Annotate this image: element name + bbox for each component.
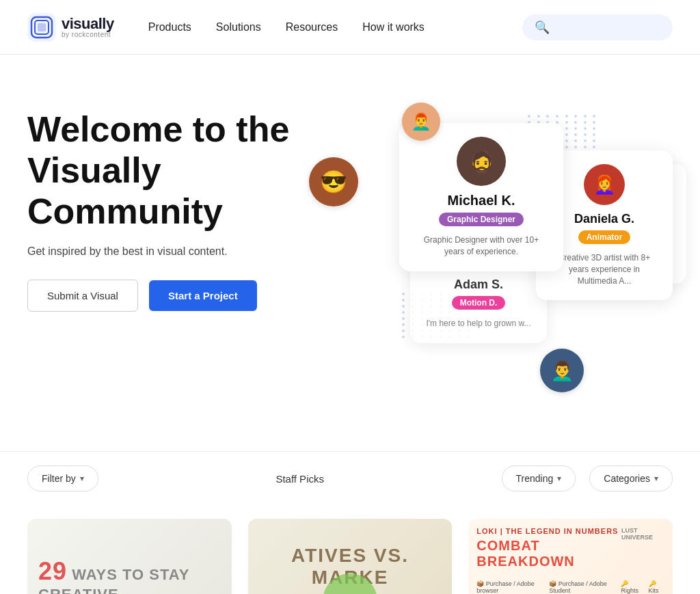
content-card-3[interactable]: LOKI | THE LEGEND IN NUMBERS COMBAT BREA… — [468, 519, 673, 594]
search-input[interactable] — [555, 22, 660, 33]
filter-bar: Filter by ▾ Staff Picks Trending ▾ Categ… — [0, 451, 700, 505]
card-1-number: 29 — [38, 557, 67, 585]
search-bar[interactable]: 🔍 — [522, 14, 673, 40]
designer-card-michael: 🧔 Michael K. Graphic Designer Graphic De… — [399, 123, 563, 271]
submit-visual-button[interactable]: Submit a Visual — [27, 280, 138, 312]
nav-how-it-works[interactable]: How it works — [362, 21, 425, 33]
logo-sub: by rockcontent — [62, 31, 114, 38]
daniela-desc: Creative 3D artist with 8+ years experie… — [550, 252, 659, 286]
content-card-1[interactable]: 29 WAYS TO STAY CREATIVE — [27, 519, 232, 594]
trending-chevron-icon: ▾ — [557, 474, 561, 483]
michael-desc: Graphic Designer with over 10+ years of … — [413, 234, 550, 258]
nav-links: Products Solutions Resources How it work… — [148, 21, 522, 33]
categories-chevron-icon: ▾ — [654, 474, 658, 483]
card-1-text: 29 WAYS TO STAY CREATIVE — [38, 557, 221, 594]
navbar: visually by rockcontent Products Solutio… — [0, 0, 700, 55]
staff-picks-label: Staff Picks — [112, 473, 488, 485]
categories-label: Categories — [604, 473, 650, 484]
card-3-legend-2: 📦 Purchase / Adobe Student — [549, 580, 615, 594]
filter-by-label: Filter by — [42, 473, 76, 484]
filter-chevron-icon: ▾ — [80, 474, 84, 483]
card-3-legend-1: 📦 Purchase / Adobe browser — [476, 580, 543, 594]
logo-icon — [27, 13, 56, 42]
content-grid: 29 WAYS TO STAY CREATIVE ATIVES VS. MARK… — [0, 505, 700, 594]
logo-link[interactable]: visually by rockcontent — [27, 13, 114, 42]
daniela-badge: Animator — [578, 230, 631, 244]
card-3-subtitle: LOKI | THE LEGEND IN NUMBERS — [476, 527, 621, 535]
hero-section: Welcome to the Visually Community Get in… — [0, 55, 700, 451]
adam-badge: Motion D. — [452, 296, 506, 310]
hero-buttons: Submit a Visual Start a Project — [27, 280, 383, 312]
daniela-name: Daniela G. — [574, 212, 634, 226]
trending-button[interactable]: Trending ▾ — [502, 465, 576, 491]
float-avatar-3: 👨‍🦱 — [540, 349, 584, 392]
hero-subtitle: Get inspired by the best in visual conte… — [27, 245, 383, 258]
start-project-button[interactable]: Start a Project — [149, 280, 257, 311]
card-3-legend-4: 🔑 Kits — [649, 580, 664, 594]
card-3-legend-3: 🔑 Rights — [621, 580, 643, 594]
card-3-title: COMBAT BREAKDOWN — [476, 538, 621, 569]
hero-title: Welcome to the Visually Community — [27, 109, 355, 232]
adam-name: Adam S. — [454, 278, 503, 292]
float-avatar-2: 😎 — [309, 157, 358, 206]
trending-label: Trending — [516, 473, 554, 484]
search-icon: 🔍 — [535, 20, 550, 35]
michael-name: Michael K. — [448, 193, 515, 208]
svg-rect-3 — [38, 23, 46, 31]
hero-right: document.write(Array(64).fill('<div clas… — [396, 96, 673, 424]
float-avatar-1: 👨‍🦰 — [402, 103, 440, 141]
content-card-2[interactable]: ATIVES VS. MARKE — [248, 519, 453, 594]
categories-button[interactable]: Categories ▾ — [589, 465, 673, 491]
nav-solutions[interactable]: Solutions — [216, 21, 261, 33]
adam-desc: I'm here to help to grown w... — [426, 318, 530, 329]
filter-by-button[interactable]: Filter by ▾ — [27, 465, 98, 491]
card-3-brand: LUST UNIVERSE — [621, 527, 664, 541]
michael-badge: Graphic Designer — [439, 213, 524, 226]
logo-name: visually — [62, 16, 114, 31]
nav-resources[interactable]: Resources — [286, 21, 338, 33]
nav-products[interactable]: Products — [148, 21, 191, 33]
